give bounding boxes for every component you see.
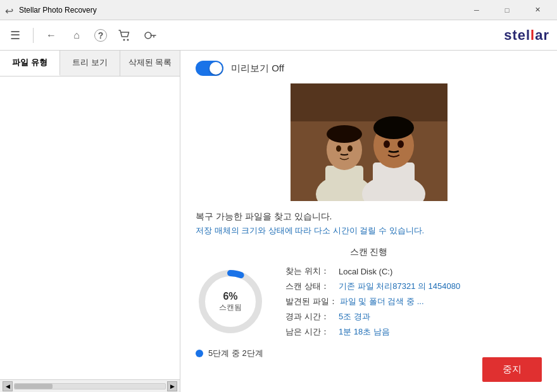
title-bar-left: ↩ Stellar Photo Recovery [5, 5, 97, 15]
scan-detail-remaining: 남은 시간： 1분 18초 남음 [285, 326, 542, 338]
preview-toggle-label: 미리보기 Off [231, 63, 284, 75]
back-icon[interactable]: ← [44, 28, 59, 43]
progress-text: 6% 스캔됨 [219, 291, 242, 313]
home-icon[interactable]: ⌂ [69, 28, 84, 43]
detail-value-location: Local Disk (C:) [339, 267, 392, 276]
preview-image [291, 83, 447, 201]
tab-tree-view[interactable]: 트리 보기 [60, 51, 120, 76]
toolbar: ☰ ← ⌂ ? stellar [0, 20, 557, 51]
left-panel-scrollbar[interactable]: ◀ ▶ [0, 379, 180, 392]
detail-value-found: 파일 및 폴더 검색 중 ... [340, 296, 424, 307]
hamburger-icon[interactable]: ☰ [8, 28, 23, 43]
preview-toggle-switch[interactable] [196, 61, 223, 76]
preview-image-container [196, 83, 542, 201]
cart-icon[interactable] [117, 28, 132, 43]
app-title: Stellar Photo Recovery [19, 6, 97, 15]
toggle-knob [210, 62, 222, 75]
stop-button[interactable]: 중지 [482, 357, 542, 382]
preview-photo-svg [291, 83, 447, 201]
scan-section-title: 스캔 진행 [196, 247, 542, 258]
scan-detail-location: 찾는 위치： Local Disk (C:) [285, 266, 542, 277]
key-icon[interactable] [142, 28, 158, 43]
app-back-icon[interactable]: ↩ [5, 5, 15, 15]
detail-key-status: 스캔 상태： [285, 281, 336, 292]
progress-percent: 6% [219, 291, 242, 302]
title-bar: ↩ Stellar Photo Recovery ─ □ ✕ [0, 0, 557, 20]
left-panel: 파일 유형 트리 보기 삭제된 목록 ◀ ▶ [0, 51, 180, 392]
scroll-thumb[interactable] [15, 384, 53, 389]
preview-toggle-row: 미리보기 Off [196, 61, 542, 76]
scan-detail-found: 발견된 파일： 파일 및 폴더 검색 중 ... [285, 296, 542, 307]
svg-point-0 [123, 39, 125, 40]
left-panel-content [0, 77, 180, 379]
svg-rect-17 [291, 83, 447, 201]
progress-scanned-label: 스캔됨 [219, 302, 242, 313]
step-dot [196, 350, 203, 357]
tab-deleted-list[interactable]: 삭제된 목록 [120, 51, 180, 76]
scroll-left-button[interactable]: ◀ [3, 381, 13, 391]
detail-key-elapsed: 경과 시간： [285, 311, 336, 322]
stellar-logo: stellar [504, 27, 549, 44]
main-area: 파일 유형 트리 보기 삭제된 목록 ◀ ▶ 미리보기 Off [0, 51, 557, 392]
scan-detail-status: 스캔 상태： 기존 파일 처리87321 의 1454080 [285, 281, 542, 292]
scan-details: 찾는 위치： Local Disk (C:) 스캔 상태： 기존 파일 처리87… [285, 266, 542, 338]
scan-progress-row: 6% 스캔됨 찾는 위치： Local Disk (C:) 스캔 상태： 기존 … [196, 266, 542, 338]
scroll-track[interactable] [14, 383, 166, 389]
close-button[interactable]: ✕ [523, 0, 552, 20]
help-icon[interactable]: ? [94, 29, 107, 42]
scan-detail-elapsed: 경과 시간： 5조 경과 [285, 311, 542, 322]
toolbar-divider [33, 28, 34, 43]
minimize-button[interactable]: ─ [462, 0, 491, 20]
toolbar-left: ☰ ← ⌂ ? [8, 28, 158, 43]
status-text-main: 복구 가능한 파일을 찾고 있습니다. [196, 211, 542, 223]
circular-progress: 6% 스캔됨 [196, 267, 265, 336]
detail-value-elapsed: 5조 경과 [339, 311, 370, 322]
maximize-button[interactable]: □ [492, 0, 522, 20]
detail-key-location: 찾는 위치： [285, 266, 336, 277]
detail-key-remaining: 남은 시간： [285, 326, 336, 338]
tab-file-type[interactable]: 파일 유형 [0, 51, 60, 76]
stop-button-row: 중지 [482, 357, 542, 382]
right-panel: 미리보기 Off [180, 51, 557, 392]
detail-value-status: 기존 파일 처리87321 의 1454080 [339, 281, 460, 292]
step-text: 5단계 중 2단계 [208, 348, 263, 359]
window-controls: ─ □ ✕ [462, 0, 552, 20]
svg-point-1 [127, 39, 129, 40]
logo-text: stellar [504, 27, 549, 44]
scroll-right-button[interactable]: ▶ [167, 381, 177, 391]
detail-value-remaining: 1분 18초 남음 [339, 326, 390, 338]
status-text-sub: 저장 매체의 크기와 상태에 따라 다소 시간이 걸릴 수 있습니다. [196, 225, 542, 236]
tab-bar: 파일 유형 트리 보기 삭제된 목록 [0, 51, 180, 77]
logo-accent: l [530, 27, 535, 43]
detail-key-found: 발견된 파일： [285, 296, 337, 307]
